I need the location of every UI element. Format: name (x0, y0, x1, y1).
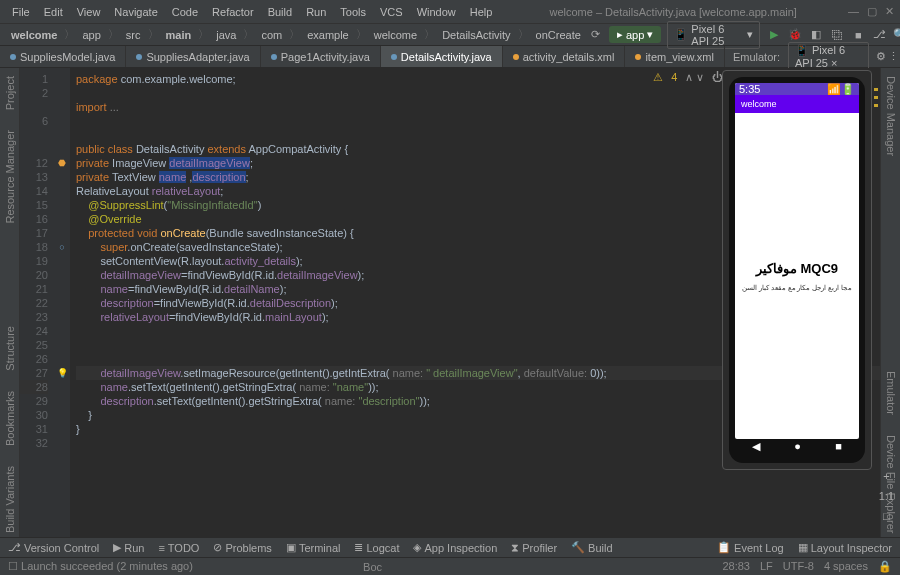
menu-code[interactable]: Code (166, 3, 204, 21)
crumb[interactable]: java (213, 28, 239, 42)
status-encoding[interactable]: UTF-8 (783, 560, 814, 573)
menu-window[interactable]: Window (411, 3, 462, 21)
menu-tools[interactable]: Tools (334, 3, 372, 21)
crumb[interactable]: src (123, 28, 144, 42)
menu-file[interactable]: File (6, 3, 36, 21)
tool-todo[interactable]: ≡ TODO (158, 542, 199, 554)
tab-activity-details-xml[interactable]: activity_details.xml (503, 46, 626, 67)
attach-icon[interactable]: ⿻ (830, 26, 845, 44)
zoom-reset-icon[interactable]: 1:1 (879, 490, 894, 502)
emulator-device[interactable]: 📱 Pixel 6 API 25 × (788, 42, 869, 71)
main-menu: File Edit View Navigate Code Refactor Bu… (6, 3, 498, 21)
crumb-project[interactable]: welcome (8, 28, 60, 42)
tab-details-activity[interactable]: DetailsActivity.java (381, 46, 503, 67)
menu-vcs[interactable]: VCS (374, 3, 409, 21)
tab-page1[interactable]: Page1Activity.java (261, 46, 381, 67)
minimize-icon[interactable]: — (848, 5, 859, 18)
crumb[interactable]: example (304, 28, 352, 42)
tool-build[interactable]: 🔨 Build (571, 541, 612, 554)
menu-refactor[interactable]: Refactor (206, 3, 260, 21)
window-title: welcome – DetailsActivity.java [welcome.… (498, 6, 848, 18)
tab-supplies-adapter[interactable]: SuppliesAdapter.java (126, 46, 260, 67)
debug-icon[interactable]: 🐞 (788, 26, 803, 44)
phone-frame: 5:35📶🔋 welcome موفاكير MQC9 مجا اربع ارج… (729, 77, 865, 463)
tool-structure[interactable]: Structure (4, 322, 16, 375)
run-config-selector[interactable]: ▸ app ▾ (609, 26, 661, 43)
status-lock-icon[interactable]: 🔒 (878, 560, 892, 573)
gutter-warning-icon[interactable]: ⬣ (54, 156, 70, 170)
zoom-in-icon[interactable]: + (883, 470, 889, 482)
run-icon[interactable]: ▶ (766, 26, 781, 44)
tool-profiler[interactable]: ⧗ Profiler (511, 541, 557, 554)
tool-app-inspection[interactable]: ◈ App Inspection (413, 541, 497, 554)
tool-device-manager[interactable]: Device Manager (885, 72, 897, 160)
git-icon[interactable]: ⎇ (872, 26, 887, 44)
tool-problems[interactable]: ⊘ Problems (213, 541, 271, 554)
tab-item-view-xml[interactable]: item_view.xml (625, 46, 724, 67)
crumb-method[interactable]: onCreate (533, 28, 584, 42)
zoom-fit-icon[interactable]: □ (883, 510, 890, 522)
status-caret-pos[interactable]: 28:83 (722, 560, 750, 573)
menu-view[interactable]: View (71, 3, 107, 21)
phone-title: موفاكير MQC9 (756, 261, 838, 276)
tool-event-log[interactable]: 📋 Event Log (717, 541, 784, 554)
tool-emulator[interactable]: Emulator (885, 367, 897, 419)
tool-terminal[interactable]: ▣ Terminal (286, 541, 341, 554)
gear-icon[interactable]: ⚙ (875, 48, 888, 66)
device-selector[interactable]: 📱 Pixel 6 API 25 ▾ (667, 21, 760, 49)
crumb[interactable]: com (258, 28, 285, 42)
emulator-panel: 5:35📶🔋 welcome موفاكير MQC9 مجا اربع ارج… (722, 70, 872, 470)
menu-build[interactable]: Build (262, 3, 298, 21)
stop-icon[interactable]: ■ (851, 26, 866, 44)
menu-edit[interactable]: Edit (38, 3, 69, 21)
tool-bookmarks[interactable]: Bookmarks (4, 387, 16, 450)
phone-appbar: welcome (735, 95, 859, 113)
status-indent[interactable]: 4 spaces (824, 560, 868, 573)
crumb[interactable]: main (163, 28, 195, 42)
crumb[interactable]: welcome (371, 28, 420, 42)
maximize-icon[interactable]: ▢ (867, 5, 877, 18)
gutter-icons: ⬣ ○ 💡 (54, 68, 70, 537)
crumb[interactable]: app (79, 28, 103, 42)
status-message: ☐ Launch succeeded (2 minutes ago) (8, 560, 193, 573)
phone-desc: مجا اربع ارجل مكار مع مقعد كبار السن (742, 284, 853, 292)
gutter-bulb-icon[interactable]: 💡 (54, 366, 70, 380)
phone-statusbar: 5:35📶🔋 (735, 83, 859, 95)
line-gutter: 12 6 121314 151617 181920 212223 242526 … (20, 68, 54, 537)
profile-icon[interactable]: ◧ (809, 26, 824, 44)
status-mid: Boc (363, 561, 382, 573)
close-icon[interactable]: ✕ (885, 5, 894, 18)
sync-icon[interactable]: ⟳ (588, 26, 603, 44)
crumb-class[interactable]: DetailsActivity (439, 28, 513, 42)
tool-logcat[interactable]: ≣ Logcat (354, 541, 399, 554)
tab-supplies-model[interactable]: SuppliesModel.java (0, 46, 126, 67)
tool-layout-inspector[interactable]: ▦ Layout Inspector (798, 541, 892, 554)
tool-resource-manager[interactable]: Resource Manager (4, 126, 16, 228)
phone-nav: ◀●■ (735, 439, 859, 453)
search-icon[interactable]: 🔍 (893, 26, 900, 44)
menu-run[interactable]: Run (300, 3, 332, 21)
tool-project[interactable]: Project (4, 72, 16, 114)
menu-navigate[interactable]: Navigate (108, 3, 163, 21)
emulator-label: Emulator: (725, 51, 788, 63)
menu-help[interactable]: Help (464, 3, 499, 21)
tool-vcs[interactable]: ⎇ Version Control (8, 541, 99, 554)
tool-build-variants[interactable]: Build Variants (4, 462, 16, 537)
more-icon[interactable]: ⋮ (887, 48, 900, 66)
tool-run[interactable]: ▶ Run (113, 541, 144, 554)
status-line-ending[interactable]: LF (760, 560, 773, 573)
gutter-override-icon[interactable]: ○ (54, 240, 70, 254)
